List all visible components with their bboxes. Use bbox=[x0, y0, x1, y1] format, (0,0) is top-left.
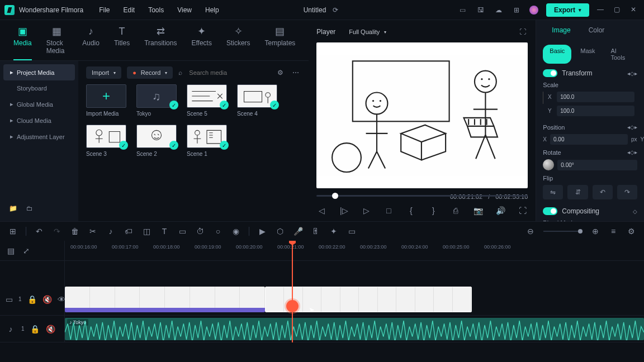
lock-audio-icon[interactable]: 🔒 bbox=[30, 324, 40, 334]
transform-keyframe-icon[interactable]: ◂◇▸ bbox=[627, 70, 637, 77]
volume-icon[interactable]: 🔊 bbox=[495, 206, 505, 216]
timeline-ruler[interactable]: 00:00:16:00 00:00:17:00 00:00:18:00 00:0… bbox=[65, 241, 644, 261]
rotate-left-button[interactable]: ↶ bbox=[593, 185, 613, 199]
undo-icon[interactable]: ↶ bbox=[34, 226, 44, 236]
rotate-keyframe[interactable]: ◂◇▸ bbox=[627, 149, 637, 156]
close-icon[interactable]: ✕ bbox=[631, 6, 640, 15]
sidebar-item-cloud-media[interactable]: ▸Cloud Media bbox=[3, 112, 75, 128]
quality-dropdown[interactable]: Full Quality▾ bbox=[343, 26, 392, 38]
mute-audio-icon[interactable]: 🔇 bbox=[46, 324, 56, 334]
guide-icon[interactable]: ▭ bbox=[347, 226, 357, 236]
mute-video-icon[interactable]: 🔇 bbox=[42, 294, 52, 304]
mark-out-icon[interactable]: } bbox=[428, 206, 438, 216]
tab-stickers[interactable]: ✧Stickers bbox=[226, 26, 250, 60]
tab-titles[interactable]: TTitles bbox=[114, 26, 130, 60]
snapshot-icon[interactable]: ⛶ bbox=[518, 27, 528, 37]
timeline-view-icon[interactable]: ≡ bbox=[608, 226, 618, 236]
play-icon[interactable]: ▷ bbox=[361, 206, 371, 216]
tag-icon[interactable]: 🏷 bbox=[124, 226, 134, 236]
audio-clip-tokyo[interactable]: ♪ Tokyo bbox=[65, 318, 644, 340]
capture-icon[interactable]: ⎙ bbox=[451, 206, 461, 216]
step-back-icon[interactable]: |▷ bbox=[339, 206, 349, 216]
prev-frame-icon[interactable]: ◁ bbox=[316, 206, 326, 216]
flip-horizontal-button[interactable]: ⇋ bbox=[543, 185, 563, 199]
transform-toggle[interactable] bbox=[543, 69, 557, 77]
stop-icon[interactable]: □ bbox=[383, 206, 394, 216]
new-folder-icon[interactable]: 🗀 bbox=[25, 203, 35, 213]
crop-icon[interactable]: ◫ bbox=[141, 226, 151, 236]
tab-effects[interactable]: ✦Effects bbox=[191, 26, 211, 60]
flip-vertical-button[interactable]: ⇵ bbox=[567, 185, 588, 199]
zoom-slider[interactable] bbox=[543, 231, 583, 232]
split-icon[interactable]: ✂ bbox=[88, 226, 98, 236]
text-tool-icon[interactable]: T bbox=[159, 226, 169, 236]
record-dropdown[interactable]: ●Record▾ bbox=[127, 66, 173, 79]
position-keyframe[interactable]: ◂◇▸ bbox=[627, 124, 637, 131]
sidebar-item-global-media[interactable]: ▸Global Media bbox=[3, 96, 75, 112]
ai-icon[interactable]: ✦ bbox=[329, 226, 339, 236]
media-item-scene4[interactable]: ✓Scene 4 bbox=[237, 84, 277, 117]
more-icon[interactable]: ⋯ bbox=[291, 68, 301, 78]
tab-stock-media[interactable]: ▦Stock Media bbox=[46, 26, 68, 60]
tracks-menu-icon[interactable]: ▤ bbox=[6, 246, 16, 256]
export-button[interactable]: Export▾ bbox=[546, 3, 589, 17]
menu-file[interactable]: File bbox=[99, 6, 110, 14]
media-item-tokyo[interactable]: ♫✓Tokyo bbox=[136, 84, 177, 117]
caption-icon[interactable]: ▭ bbox=[177, 226, 187, 236]
scale-y-input[interactable] bbox=[557, 106, 634, 116]
tab-media[interactable]: ▣Media bbox=[13, 26, 32, 60]
subtab-mask[interactable]: Mask bbox=[574, 45, 602, 64]
import-media-button[interactable]: +Import Media bbox=[86, 84, 126, 117]
color-tag-icon[interactable]: ○ bbox=[213, 226, 223, 236]
scale-x-input[interactable] bbox=[557, 92, 634, 102]
filter-icon[interactable]: ⚙ bbox=[275, 68, 285, 78]
subtab-ai-tools[interactable]: AI Tools bbox=[604, 45, 638, 64]
delete-icon[interactable]: 🗑 bbox=[70, 226, 80, 236]
link-icon[interactable]: ⤢ bbox=[21, 246, 31, 256]
import-dropdown[interactable]: Import▾ bbox=[86, 66, 121, 79]
video-preview[interactable] bbox=[316, 42, 528, 188]
fx-icon[interactable]: ◉ bbox=[231, 226, 241, 236]
lock-track-icon[interactable]: 🔒 bbox=[27, 294, 37, 304]
scale-lock-icon[interactable] bbox=[543, 92, 543, 104]
subtab-basic[interactable]: Basic bbox=[543, 45, 571, 64]
media-item-scene2[interactable]: ✓Scene 2 bbox=[136, 125, 177, 157]
media-item-scene3[interactable]: ✓Scene 3 bbox=[86, 125, 126, 157]
menu-help[interactable]: Help bbox=[205, 6, 219, 14]
playhead[interactable]: ➤ bbox=[292, 241, 293, 342]
marker-icon[interactable]: ⬡ bbox=[275, 226, 285, 236]
user-avatar[interactable] bbox=[529, 6, 538, 15]
rotate-input[interactable] bbox=[557, 160, 637, 170]
media-item-scene5[interactable]: ✓Scene 5 bbox=[187, 84, 227, 117]
tab-color[interactable]: Color bbox=[580, 20, 614, 40]
sidebar-item-project-media[interactable]: ▸Project Media bbox=[3, 64, 75, 80]
position-x-input[interactable] bbox=[550, 134, 628, 145]
tab-audio[interactable]: ♪Audio bbox=[82, 26, 100, 60]
menu-tools[interactable]: Tools bbox=[148, 6, 164, 14]
tab-transitions[interactable]: ⇄Transitions bbox=[144, 26, 177, 60]
grid-icon[interactable]: ⊞ bbox=[512, 5, 522, 15]
rotate-dial[interactable] bbox=[543, 159, 554, 170]
video-clip-1[interactable] bbox=[65, 287, 265, 312]
maximize-icon[interactable]: ▢ bbox=[614, 6, 623, 15]
render-icon[interactable]: ▶ bbox=[257, 226, 267, 236]
zoom-out-icon[interactable]: ⊖ bbox=[525, 226, 536, 236]
tab-image[interactable]: Image bbox=[543, 20, 579, 40]
compositing-toggle[interactable] bbox=[543, 207, 557, 215]
timeline-settings-icon[interactable]: ⚙ bbox=[626, 226, 636, 236]
mark-in-icon[interactable]: { bbox=[406, 206, 416, 216]
playback-scrubber[interactable] bbox=[316, 195, 528, 197]
menu-edit[interactable]: Edit bbox=[124, 6, 135, 14]
camera-icon[interactable]: 📷 bbox=[473, 206, 483, 216]
cloud-icon[interactable]: ☁ bbox=[494, 5, 504, 15]
rotate-right-button[interactable]: ↷ bbox=[617, 185, 637, 199]
compositing-keyframe[interactable]: ◇ bbox=[633, 208, 637, 215]
speed-icon[interactable]: ⏱ bbox=[195, 226, 205, 236]
eye-icon[interactable]: 👁 bbox=[58, 294, 65, 304]
mixer-icon[interactable]: 🎚 bbox=[311, 226, 321, 236]
layout-icon[interactable]: ⊞ bbox=[8, 226, 18, 236]
search-input[interactable] bbox=[186, 66, 269, 79]
save-icon[interactable]: 🖫 bbox=[476, 5, 486, 15]
sidebar-item-adjustment-layer[interactable]: ▸Adjustment Layer bbox=[3, 128, 75, 145]
media-item-scene1[interactable]: ✓Scene 1 bbox=[187, 125, 227, 157]
